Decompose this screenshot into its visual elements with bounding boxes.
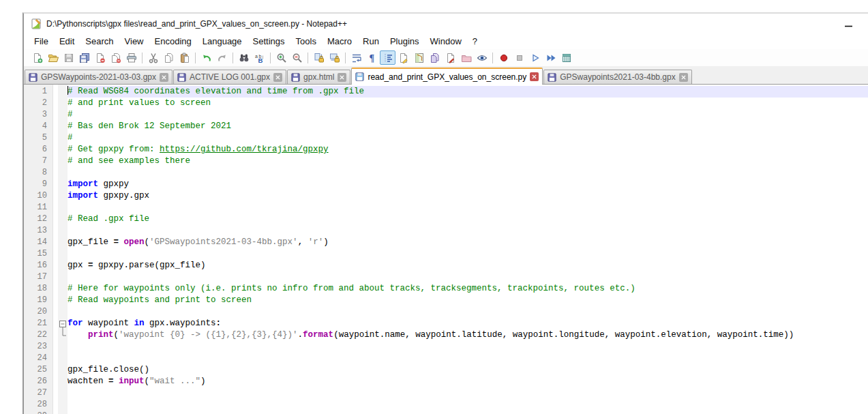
macro-stop-button[interactable] [511,50,527,65]
line-number[interactable]: 15 [24,248,53,260]
tab-close-button[interactable] [679,73,688,82]
line-number[interactable]: 19 [24,295,53,306]
document-list-button[interactable] [427,50,443,65]
code-line[interactable]: # Bas den Brok 12 September 2021 [68,121,868,132]
line-number[interactable]: 16 [24,260,53,271]
code-line[interactable]: import gpxpy.gpx [68,190,868,202]
code-line[interactable] [68,306,868,318]
menu-item-search[interactable]: Search [80,34,119,48]
word-wrap-button[interactable] [348,50,364,65]
line-number[interactable]: 8 [24,167,53,179]
line-number[interactable]: 29 [24,411,53,414]
code-line[interactable] [68,225,868,237]
code-line[interactable]: import gpxpy [68,179,868,190]
show-indent-guide-button[interactable] [380,50,395,65]
tab-close-button[interactable] [338,73,346,82]
code-line[interactable] [68,341,868,353]
line-number[interactable]: 6 [24,144,53,156]
menu-item-window[interactable]: Window [425,34,467,48]
code-line[interactable] [68,202,868,213]
print-button[interactable] [123,50,139,65]
tab-read-and-print-gpx-values-on-screen-py[interactable]: read_and_print_GPX_values_on_screen.py [351,68,543,85]
menu-item-plugins[interactable]: Plugins [385,34,425,48]
code-line[interactable]: # Here for waypoints only (i.e. prints n… [68,283,868,295]
code-editor[interactable]: 1# Read WSG84 coordinates elevation and … [24,85,868,414]
macro-record-button[interactable] [496,50,511,65]
line-number[interactable]: 10 [24,190,53,202]
close-button[interactable] [92,50,108,65]
macro-save-button[interactable] [558,50,574,65]
tab-active-log-001-gpx[interactable]: ACTIVE LOG 001.gpx [173,70,286,84]
undo-button[interactable] [198,50,214,65]
line-number[interactable]: 26 [24,376,53,387]
close-all-button[interactable] [108,50,123,65]
line-number[interactable]: 23 [24,341,53,353]
zoom-in-button[interactable] [273,50,289,65]
line-number[interactable]: 18 [24,283,53,295]
macro-play-button[interactable] [527,50,543,65]
line-number[interactable]: 1 [24,86,53,98]
code-line[interactable] [68,387,868,399]
replace-button[interactable]: abB [252,50,267,65]
save-all-button[interactable] [76,50,92,65]
macro-run-multiple-button[interactable] [543,50,558,65]
line-number[interactable]: 4 [24,121,53,132]
menu-item-file[interactable]: File [29,34,54,48]
zoom-out-button[interactable] [289,50,305,65]
tab-gpx-html[interactable]: gpx.html [287,70,350,84]
line-number[interactable]: 14 [24,237,53,248]
line-number[interactable]: 3 [24,109,53,121]
code-line[interactable] [68,411,868,414]
code-line[interactable]: # Read WSG84 coordinates elevation and t… [68,86,868,98]
menu-item-run[interactable]: Run [357,34,385,48]
line-number[interactable]: 27 [24,387,53,399]
redo-button[interactable] [214,50,230,65]
menu-item-settings[interactable]: Settings [248,34,290,48]
code-line[interactable]: # and print values to screen [68,98,868,109]
tab-close-button[interactable] [530,72,539,81]
menu-item-encoding[interactable]: Encoding [149,34,197,48]
line-number[interactable]: 9 [24,179,53,190]
line-number[interactable]: 20 [24,306,53,318]
show-all-characters-button[interactable]: ¶ [364,50,380,65]
function-list-button[interactable] [443,50,458,65]
new-file-button[interactable] [29,50,45,65]
menu-item-edit[interactable]: Edit [54,34,80,48]
code-line[interactable]: # Get gpxpy from: https://github.com/tkr… [68,144,868,156]
code-line[interactable] [68,248,868,260]
line-number[interactable]: 17 [24,271,53,283]
code-line[interactable]: print('waypoint {0} -> ({1},{2},{3},{4})… [68,329,868,341]
code-line[interactable]: # Read waypoints and print to screen [68,295,868,306]
code-line[interactable] [68,271,868,283]
code-line[interactable]: # [68,109,868,121]
code-line[interactable]: wachten = input("wait ...") [68,376,868,387]
sync-vertical-scroll-button[interactable] [311,50,327,65]
line-number[interactable]: 28 [24,399,53,411]
monitoring-button[interactable] [474,50,490,65]
code-line[interactable]: gpx_file = open('GPSwaypoints2021-03-4bb… [68,237,868,248]
minimize-button[interactable] [834,14,863,33]
line-number[interactable]: 21 [24,318,53,329]
line-number[interactable]: 25 [24,364,53,376]
line-number[interactable]: 11 [24,202,53,213]
code-line[interactable]: gpx_file.close() [68,364,868,376]
copy-button[interactable] [161,50,177,65]
tab-gpswaypoints-2021-03-03-gpx[interactable]: GPSWaypoints-2021-03-03.gpx [25,70,173,84]
paste-button[interactable] [177,50,192,65]
open-file-button[interactable] [45,50,61,65]
menu-item-view[interactable]: View [119,34,149,48]
line-number[interactable]: 13 [24,225,53,237]
line-number[interactable]: 12 [24,213,53,225]
save-button[interactable] [61,50,76,65]
line-number[interactable]: 22 [24,329,53,341]
menu-item-language[interactable]: Language [197,34,248,48]
menu-item-help[interactable]: ? [467,34,483,48]
cut-button[interactable] [145,50,161,65]
code-line[interactable] [68,353,868,364]
line-number[interactable]: 5 [24,132,53,144]
menu-item-macro[interactable]: Macro [322,34,357,48]
tab-close-button[interactable] [273,73,282,82]
code-line[interactable]: gpx = gpxpy.parse(gpx_file) [68,260,868,271]
code-line[interactable]: for waypoint in gpx.waypoints: [68,318,868,329]
find-button[interactable] [236,50,252,65]
